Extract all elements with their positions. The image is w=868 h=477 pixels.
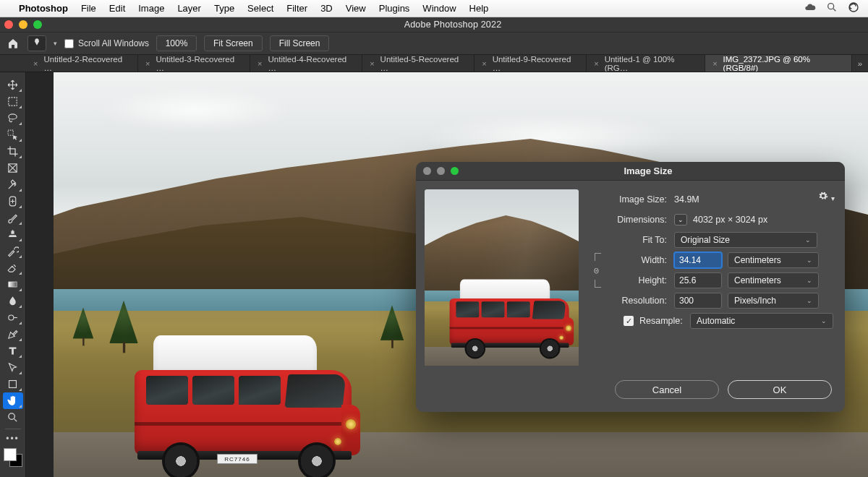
close-tab-icon[interactable]: × (370, 59, 374, 68)
current-tool-preset[interactable] (27, 35, 46, 51)
zoom-tool-icon[interactable] (3, 409, 23, 426)
frame-tool-icon[interactable] (3, 160, 23, 176)
doc-tab[interactable]: ×Untitled-2-Recovered … (26, 55, 138, 72)
resample-checkbox[interactable]: ✓ (624, 316, 634, 326)
scroll-all-windows-checkbox[interactable]: Scroll All Windows (64, 38, 149, 48)
svg-rect-9 (9, 381, 17, 388)
doc-tab-label: Untitled-4-Recovered … (268, 55, 355, 72)
menu-file[interactable]: File (81, 3, 96, 14)
shape-tool-icon[interactable] (3, 376, 23, 392)
width-label: Width: (603, 255, 674, 265)
doc-tab[interactable]: ×Untitled-1 @ 100% (RG… (587, 55, 705, 72)
menu-type[interactable]: Type (214, 3, 234, 14)
eraser-tool-icon[interactable] (3, 259, 23, 276)
doc-tab[interactable]: ×Untitled-9-Recovered … (475, 55, 587, 72)
hand-tool-icon[interactable] (3, 392, 23, 409)
svg-rect-4 (8, 130, 13, 135)
fit-screen-button[interactable]: Fit Screen (204, 35, 263, 51)
dialog-close-button[interactable] (423, 167, 431, 175)
color-swatches[interactable] (4, 448, 22, 467)
creative-cloud-icon[interactable] (848, 1, 859, 15)
history-brush-tool-icon[interactable] (3, 243, 23, 259)
dimensions-unit-chevron-icon[interactable]: ⌄ (674, 214, 687, 225)
move-tool-icon[interactable] (3, 77, 23, 93)
tool-preset-chevron-icon[interactable]: ▾ (54, 40, 57, 47)
cloud-icon[interactable] (804, 1, 816, 15)
eyedropper-tool-icon[interactable] (3, 176, 23, 193)
close-tab-icon[interactable]: × (145, 59, 150, 68)
search-icon[interactable] (826, 1, 838, 15)
tools-panel: ••• (0, 72, 26, 477)
resolution-input[interactable] (674, 293, 722, 309)
close-tab-icon[interactable]: × (33, 59, 38, 68)
height-input[interactable] (674, 272, 722, 288)
menu-edit[interactable]: Edit (109, 3, 125, 14)
edit-toolbar-icon[interactable]: ••• (6, 434, 20, 444)
menu-window[interactable]: Window (422, 3, 456, 14)
menu-filter[interactable]: Filter (286, 3, 307, 14)
foreground-swatch[interactable] (4, 448, 17, 461)
dodge-tool-icon[interactable] (3, 309, 23, 326)
maximize-window-button[interactable] (33, 20, 42, 29)
close-window-button[interactable] (4, 20, 13, 29)
healing-brush-tool-icon[interactable] (3, 193, 23, 210)
fit-to-select[interactable]: Original Size⌄ (674, 232, 817, 248)
dimensions-value: 4032 px × 3024 px (693, 215, 767, 225)
mac-menubar: Photoshop File Edit Image Layer Type Sel… (0, 0, 868, 17)
height-unit-select[interactable]: Centimeters⌄ (728, 272, 819, 288)
lasso-tool-icon[interactable] (3, 110, 23, 126)
quick-select-tool-icon[interactable] (3, 126, 23, 143)
menu-plugins[interactable]: Plugins (379, 3, 410, 14)
clone-stamp-tool-icon[interactable] (3, 226, 23, 243)
crop-tool-icon[interactable] (3, 143, 23, 160)
close-tab-icon[interactable]: × (482, 59, 486, 68)
menu-3d[interactable]: 3D (320, 3, 333, 14)
doc-tab-active[interactable]: ×IMG_2372.JPG @ 60% (RGB/8#) (705, 55, 851, 72)
menu-select[interactable]: Select (247, 3, 273, 14)
menu-view[interactable]: View (346, 3, 366, 14)
menu-help[interactable]: Help (469, 3, 489, 14)
brush-tool-icon[interactable] (3, 210, 23, 226)
dialog-minimize-button[interactable] (437, 167, 445, 175)
menubar-app-name[interactable]: Photoshop (19, 3, 68, 14)
dialog-titlebar[interactable]: Image Size (416, 162, 845, 181)
svg-point-8 (9, 315, 14, 320)
doc-tab[interactable]: ×Untitled-5-Recovered … (362, 55, 475, 72)
doc-tab-label: Untitled-9-Recovered … (493, 55, 579, 72)
cancel-button[interactable]: Cancel (615, 380, 719, 399)
doc-tab[interactable]: ×Untitled-3-Recovered … (138, 55, 250, 72)
close-tab-icon[interactable]: × (594, 59, 598, 68)
width-input[interactable] (674, 252, 722, 268)
ok-button[interactable]: OK (728, 380, 832, 399)
menu-image[interactable]: Image (138, 3, 164, 14)
image-size-dialog: Image Size ▾ (416, 162, 845, 412)
resolution-label: Resolution: (589, 296, 674, 306)
svg-point-0 (828, 4, 834, 9)
resample-method-select[interactable]: Automatic⌄ (690, 313, 833, 329)
tab-overflow-chevron-icon[interactable]: » (852, 55, 868, 72)
width-unit-select[interactable]: Centimeters⌄ (728, 252, 819, 268)
home-icon[interactable] (6, 36, 20, 51)
doc-tab-label: IMG_2372.JPG @ 60% (RGB/8#) (723, 55, 844, 72)
type-tool-icon[interactable] (3, 343, 23, 359)
path-select-tool-icon[interactable] (3, 359, 23, 376)
dimensions-label: Dimensions: (589, 215, 674, 225)
close-tab-icon[interactable]: × (712, 59, 717, 68)
gear-icon[interactable]: ▾ (818, 191, 835, 204)
gradient-tool-icon[interactable] (3, 276, 23, 293)
pen-tool-icon[interactable] (3, 326, 23, 343)
doc-tab-label: Untitled-1 @ 100% (RG… (605, 55, 697, 72)
dialog-zoom-button[interactable] (451, 167, 459, 175)
marquee-tool-icon[interactable] (3, 93, 23, 110)
constrain-proportions-icon[interactable]: 𐍈 (589, 252, 603, 289)
doc-tab-label: Untitled-3-Recovered … (156, 55, 242, 72)
menu-layer[interactable]: Layer (177, 3, 201, 14)
blur-tool-icon[interactable] (3, 293, 23, 309)
doc-tab[interactable]: ×Untitled-4-Recovered … (250, 55, 362, 72)
zoom-level-field[interactable]: 100% (156, 35, 197, 51)
fill-screen-button[interactable]: Fill Screen (270, 35, 330, 51)
resolution-unit-select[interactable]: Pixels/Inch⌄ (728, 293, 819, 309)
app-titlebar: Adobe Photoshop 2022 (0, 17, 868, 32)
close-tab-icon[interactable]: × (258, 59, 262, 68)
minimize-window-button[interactable] (19, 20, 27, 29)
